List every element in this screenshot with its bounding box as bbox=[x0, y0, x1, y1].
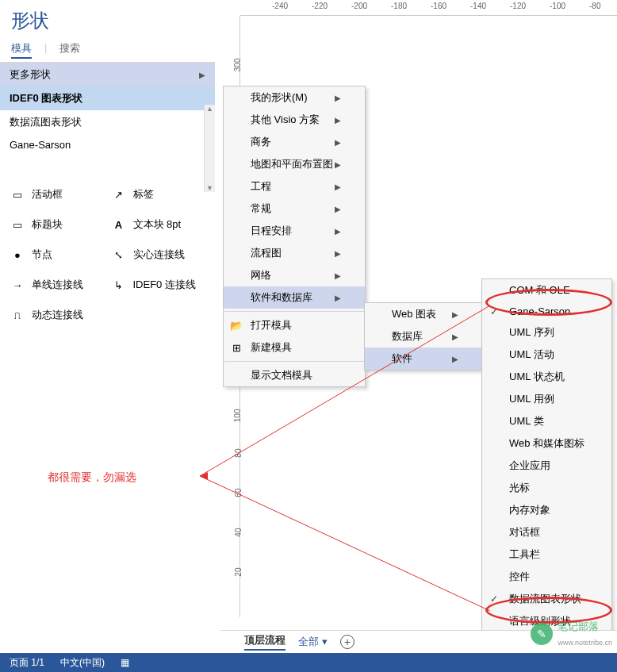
menu-item[interactable]: UML 类 bbox=[482, 410, 611, 432]
rect-icon: ▭ bbox=[10, 188, 25, 201]
category-dataflow[interactable]: 数据流图表形状 bbox=[0, 110, 215, 134]
menu-item-label: 数据流图表形状 bbox=[509, 592, 581, 606]
watermark-text: 笔记部落 www.notetribe.cn bbox=[558, 619, 612, 648]
menu-item[interactable]: COM 和 OLE bbox=[482, 279, 611, 301]
menu-item[interactable]: UML 用例 bbox=[482, 388, 611, 410]
arrow-icon: ↗ bbox=[111, 188, 127, 201]
menu-item[interactable]: 控件 bbox=[482, 566, 611, 588]
menu-item[interactable]: Web 和媒体图标 bbox=[482, 432, 611, 455]
menu-item-label: 网络 bbox=[251, 268, 271, 282]
title-icon: ▭ bbox=[10, 218, 25, 231]
menu-item-label: 打开模具 bbox=[251, 318, 292, 332]
menu-item-label: Web 图表 bbox=[392, 307, 436, 321]
chevron-right-icon: ▶ bbox=[335, 160, 341, 169]
menu-item-label: UML 序列 bbox=[509, 325, 554, 340]
tab-divider: | bbox=[44, 41, 47, 59]
menu-item-label: 企业应用 bbox=[509, 459, 550, 473]
menu-item[interactable]: 工程▶ bbox=[224, 175, 365, 198]
menu-item-label: 常规 bbox=[251, 202, 271, 216]
shape-dynamic-connector[interactable]: ⎍动态连接线 bbox=[6, 300, 108, 330]
menu-item[interactable]: 显示文档模具 bbox=[224, 364, 365, 386]
menu-item[interactable]: UML 状态机 bbox=[482, 366, 611, 388]
menu-item-label: UML 活动 bbox=[509, 348, 554, 362]
menu-item-label: 其他 Visio 方案 bbox=[251, 113, 320, 127]
menu-item-label: 软件 bbox=[392, 351, 412, 366]
menu-item[interactable]: Web 图表▶ bbox=[365, 303, 482, 325]
tab-search[interactable]: 搜索 bbox=[59, 41, 80, 59]
new-icon: ⊞ bbox=[230, 342, 243, 354]
menu-item-label: 日程安排 bbox=[251, 224, 292, 238]
menu-item[interactable]: 工具栏 bbox=[482, 543, 611, 566]
watermark-icon: ✎ bbox=[531, 623, 553, 645]
menu-item[interactable]: UML 序列 bbox=[482, 321, 611, 344]
menu-item-label: Web 和媒体图标 bbox=[509, 436, 584, 451]
chevron-right-icon: ▶ bbox=[335, 271, 341, 280]
check-icon: ✓ bbox=[490, 306, 498, 317]
menu-item[interactable]: ✓Gane-Sarson bbox=[482, 301, 611, 321]
menu-item[interactable]: 流程图▶ bbox=[224, 242, 365, 264]
submenu-software: COM 和 OLE✓Gane-SarsonUML 序列UML 活动UML 状态机… bbox=[481, 278, 612, 636]
chevron-right-icon: ▶ bbox=[335, 138, 341, 147]
menu-item-label: 新建模具 bbox=[251, 340, 292, 355]
menu-item[interactable]: 网络▶ bbox=[224, 264, 365, 286]
language-indicator[interactable]: 中文(中国) bbox=[60, 656, 105, 670]
chevron-right-icon: ▶ bbox=[335, 116, 341, 125]
menu-item[interactable]: ⊞新建模具 bbox=[224, 336, 365, 359]
menu-item[interactable]: 对话框 bbox=[482, 521, 611, 543]
sidebar-scrollbar[interactable]: ▲▼ bbox=[204, 105, 215, 192]
menu-item[interactable]: 企业应用 bbox=[482, 455, 611, 477]
open-icon: 📂 bbox=[230, 320, 243, 332]
status-bar: 页面 1/1 中文(中国) ▦ bbox=[0, 653, 617, 672]
check-icon: ✓ bbox=[490, 593, 498, 605]
menu-item[interactable]: 其他 Visio 方案▶ bbox=[224, 109, 365, 131]
page-tab-all[interactable]: 全部 ▾ bbox=[298, 635, 328, 649]
menu-separator bbox=[224, 311, 364, 312]
menu-item[interactable]: 日程安排▶ bbox=[224, 220, 365, 242]
annotation-text: 都很需要，勿漏选 bbox=[48, 470, 136, 485]
shape-single-line[interactable]: →单线连接线 bbox=[6, 270, 108, 300]
ruler-horizontal: -240-220-200-180-160-140-120-100-80-60 bbox=[240, 0, 617, 16]
menu-item-label: 光标 bbox=[509, 481, 530, 495]
menu-item[interactable]: 地图和平面布置图▶ bbox=[224, 153, 365, 175]
menu-item[interactable]: 常规▶ bbox=[224, 198, 365, 220]
menu-item[interactable]: 软件▶ bbox=[365, 348, 482, 370]
menu-item-label: 对话框 bbox=[509, 525, 540, 540]
menu-item-label: 控件 bbox=[509, 570, 530, 584]
text-icon: A bbox=[111, 218, 127, 231]
menu-item[interactable]: 光标 bbox=[482, 477, 611, 499]
shape-idef0-connector[interactable]: ↳IDEF0 连接线 bbox=[108, 270, 209, 300]
chevron-right-icon: ▶ bbox=[199, 71, 205, 79]
watermark: ✎ 笔记部落 www.notetribe.cn bbox=[531, 619, 612, 648]
menu-item[interactable]: 软件和数据库▶ bbox=[224, 286, 365, 309]
more-shapes-row[interactable]: 更多形状 ▶ bbox=[0, 63, 215, 86]
menu-item[interactable]: 内存对象 bbox=[482, 499, 611, 521]
macro-icon[interactable]: ▦ bbox=[121, 657, 129, 668]
menu-separator bbox=[224, 361, 364, 362]
add-page-button[interactable]: + bbox=[340, 635, 354, 649]
menu-item-label: 工具栏 bbox=[509, 547, 540, 562]
menu-item-label: COM 和 OLE bbox=[509, 283, 570, 298]
chevron-right-icon: ▶ bbox=[452, 332, 458, 341]
chevron-right-icon: ▶ bbox=[452, 310, 458, 319]
shape-solid-connector[interactable]: ⤡实心连接线 bbox=[108, 240, 209, 270]
menu-item[interactable]: ✓数据流图表形状 bbox=[482, 588, 611, 610]
menu-item-label: UML 类 bbox=[509, 414, 544, 428]
menu-item[interactable]: UML 活动 bbox=[482, 344, 611, 366]
shape-label[interactable]: ↗标签 bbox=[108, 179, 209, 209]
page-indicator[interactable]: 页面 1/1 bbox=[10, 656, 44, 670]
page-tab-top[interactable]: 顶层流程 bbox=[244, 633, 286, 651]
category-gane-sarson[interactable]: Gane-Sarson bbox=[0, 134, 215, 156]
menu-item[interactable]: 我的形状(M)▶ bbox=[224, 86, 365, 109]
chevron-right-icon: ▶ bbox=[335, 205, 341, 213]
shape-node[interactable]: ●节点 bbox=[6, 240, 108, 270]
shape-text-8pt[interactable]: A文本块 8pt bbox=[108, 209, 209, 240]
menu-item[interactable]: 商务▶ bbox=[224, 131, 365, 153]
menu-item[interactable]: 数据库▶ bbox=[365, 325, 482, 348]
menu-item[interactable]: 📂打开模具 bbox=[224, 314, 365, 336]
category-idef0[interactable]: IDEF0 图表形状 bbox=[0, 86, 215, 110]
tab-stencils[interactable]: 模具 bbox=[11, 41, 32, 59]
shape-title-block[interactable]: ▭标题块 bbox=[6, 209, 108, 240]
shape-activity-box[interactable]: ▭活动框 bbox=[6, 179, 108, 209]
dot-icon: ● bbox=[10, 248, 25, 261]
menu-item-label: 数据库 bbox=[392, 329, 423, 344]
